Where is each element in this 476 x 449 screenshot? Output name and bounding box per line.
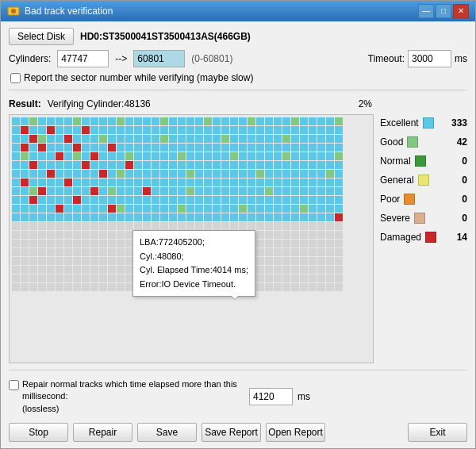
report-sector-checkbox[interactable] [10, 73, 21, 83]
grid-cell [12, 248, 20, 256]
grid-cell [108, 126, 116, 134]
grid-cell [64, 240, 72, 248]
grid-cell [99, 117, 107, 125]
grid-cell [21, 240, 29, 248]
grid-cell [134, 205, 142, 213]
result-bar: Result: Verifying Cylinder:48136 2% [9, 98, 467, 109]
grid-cell [204, 213, 212, 221]
grid-cell [326, 135, 334, 143]
title-bar: Bad track verification — □ ✕ [1, 1, 475, 21]
legend-label: Poor [380, 194, 400, 205]
grid-cell [160, 152, 168, 160]
timeout-input[interactable] [408, 50, 451, 67]
grid-cell [274, 240, 282, 248]
save-report-button[interactable]: Save Report [202, 423, 261, 442]
grid-cell [47, 213, 55, 221]
grid-cell [38, 144, 46, 152]
grid-cell [64, 248, 72, 256]
disk-name-label: HD0:ST3500041ST3500413AS(466GB) [80, 31, 251, 42]
grid-cell [282, 117, 290, 125]
grid-cell [108, 274, 116, 282]
grid-cell [90, 205, 98, 213]
cylinders-to-input[interactable] [133, 50, 185, 67]
grid-cell [178, 117, 186, 125]
select-disk-button[interactable]: Select Disk [9, 28, 74, 45]
grid-cell [21, 283, 29, 291]
grid-cell [82, 257, 90, 265]
grid-cell [160, 135, 168, 143]
grid-cell [64, 170, 72, 178]
save-button[interactable]: Save [137, 423, 197, 442]
grid-cell [230, 196, 238, 204]
grid-cell [47, 126, 55, 134]
grid-cell [213, 126, 221, 134]
stop-button[interactable]: Stop [9, 423, 68, 442]
grid-cell [309, 144, 317, 152]
grid-cell [82, 135, 90, 143]
grid-cell [317, 117, 325, 125]
tooltip-line2: Cyl.:48080; [140, 250, 248, 264]
grid-cell [335, 117, 343, 125]
grid-cell [256, 248, 264, 256]
grid-cell [90, 170, 98, 178]
grid-cell [265, 187, 273, 195]
grid-cell [21, 152, 29, 160]
grid-cell [300, 257, 308, 265]
grid-cell [73, 170, 81, 178]
grid-cell [12, 187, 20, 195]
grid-cell [38, 196, 46, 204]
grid-cell [117, 257, 125, 265]
grid-cell [29, 178, 37, 186]
grid-cell [21, 144, 29, 152]
open-report-button[interactable]: Open Report [266, 423, 325, 442]
cylinders-from-input[interactable] [57, 50, 109, 67]
tooltip-line3: Cyl. Elapsed Time:4014 ms; [140, 263, 248, 278]
repair-button[interactable]: Repair [73, 423, 132, 442]
grid-cell [265, 196, 273, 204]
exit-button[interactable]: Exit [408, 423, 467, 442]
grid-cell [274, 274, 282, 282]
grid-cell [317, 274, 325, 282]
close-button[interactable]: ✕ [453, 4, 469, 18]
grid-cell [47, 231, 55, 239]
grid-cell [335, 187, 343, 195]
grid-cell [143, 213, 151, 221]
grid-cell [152, 144, 159, 152]
grid-cell [108, 144, 116, 152]
grid-cell [256, 144, 264, 152]
grid-cell [29, 231, 37, 239]
maximize-button[interactable]: □ [436, 4, 451, 18]
grid-cell [117, 161, 125, 169]
grid-cell [82, 152, 90, 160]
grid-cell [152, 161, 159, 169]
grid-cell [274, 126, 282, 134]
grid-cell [38, 187, 46, 195]
grid-cell [291, 205, 299, 213]
grid-cell [335, 248, 343, 256]
grid-cell [317, 240, 325, 248]
grid-cell [47, 266, 55, 274]
legend-item: Good42 [380, 136, 467, 148]
grid-cell [29, 117, 37, 125]
grid-cell [326, 213, 334, 221]
grid-cell [265, 248, 273, 256]
grid-cell [47, 161, 55, 169]
grid-cell [117, 196, 125, 204]
grid-cell [108, 266, 116, 274]
grid-cell [21, 257, 29, 265]
grid-cell [152, 117, 159, 125]
grid-cell [99, 144, 107, 152]
grid-cell [309, 178, 317, 186]
grid-cell [248, 152, 255, 160]
grid-area: LBA:772405200; Cyl.:48080; Cyl. Elapsed … [9, 114, 374, 363]
grid-cell [160, 205, 168, 213]
grid-cell [38, 266, 46, 274]
tooltip: LBA:772405200; Cyl.:48080; Cyl. Elapsed … [132, 230, 255, 297]
grid-cell [21, 266, 29, 274]
repair-ms-input[interactable] [249, 388, 293, 405]
minimize-button[interactable]: — [418, 4, 434, 18]
repair-checkbox[interactable] [9, 380, 19, 390]
grid-cell [82, 178, 90, 186]
grid-cell [230, 144, 238, 152]
grid-cell [300, 178, 308, 186]
